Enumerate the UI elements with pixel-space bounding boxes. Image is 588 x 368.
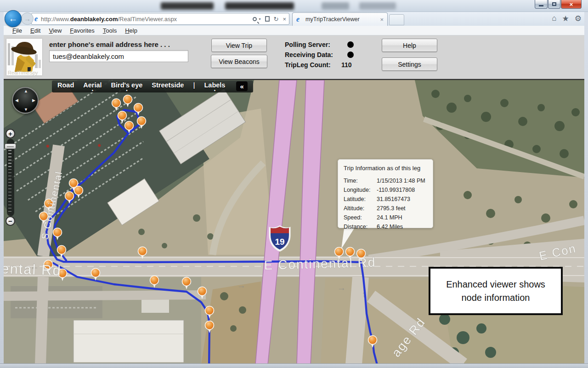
tooltip-title: Trip Information as of this leg bbox=[344, 165, 428, 172]
road-label: E Continental Rd bbox=[264, 255, 376, 272]
map-canvas[interactable]: ← → → ↑ 19 E Continental Rdental RdS Con… bbox=[4, 79, 584, 363]
map-terrain bbox=[4, 80, 584, 363]
trip-info-tooltip: Trip Information as of this leg Time:1/1… bbox=[338, 159, 433, 228]
address-bar[interactable]: e http://www.deanblakely.com/RealTimeVie… bbox=[31, 13, 289, 25]
status-block: Polling Server:Receiving Data:TripLeg Co… bbox=[285, 40, 354, 70]
tools-gear-icon[interactable]: ⚙ bbox=[575, 14, 582, 23]
logo-caption: RealTimeSpy bbox=[6, 70, 42, 75]
browser-chrome: ← → e http://www.deanblakely.com/RealTim… bbox=[4, 12, 584, 26]
tooltip-row-label: Latitude: bbox=[344, 195, 377, 204]
svg-text:→: → bbox=[337, 283, 346, 293]
menu-item-favorites[interactable]: Favorites bbox=[66, 27, 98, 34]
tab-title: myTripTrackerViewer bbox=[305, 16, 380, 23]
window-title-bar: × bbox=[0, 0, 588, 12]
map-style-aerial[interactable]: Aerial▲ bbox=[83, 81, 102, 92]
tooltip-row-value: 2795.3 feet bbox=[377, 204, 406, 213]
pan-up-icon[interactable]: ▲ bbox=[24, 89, 28, 93]
menu-item-help[interactable]: Help bbox=[121, 27, 141, 34]
search-icon[interactable] bbox=[253, 17, 257, 21]
refresh-icon[interactable]: ↻ bbox=[274, 16, 279, 23]
tooltip-row-label: Speed: bbox=[344, 213, 377, 222]
zoom-ticks bbox=[8, 144, 11, 212]
ie-favicon: e bbox=[34, 15, 38, 23]
menu-item-tools[interactable]: Tools bbox=[99, 27, 121, 34]
back-button[interactable]: ← bbox=[5, 10, 22, 27]
help-button[interactable]: Help bbox=[382, 39, 437, 52]
tooltip-row: Latitude:31.85167473 bbox=[344, 195, 428, 204]
menu-item-edit[interactable]: Edit bbox=[26, 27, 45, 34]
map-style-bar: RoadAerial▲Bird's eye▲Streetside|Labels▲… bbox=[52, 80, 253, 92]
stop-icon[interactable]: × bbox=[283, 16, 286, 23]
pan-right-icon[interactable]: ▶ bbox=[32, 98, 35, 103]
compass-control[interactable]: ▲ ▼ ◀ ▶ bbox=[12, 87, 39, 114]
zoom-slider-handle[interactable] bbox=[5, 144, 16, 149]
close-icon: × bbox=[570, 1, 573, 8]
shield-number: 19 bbox=[275, 237, 284, 247]
status-label: Polling Server: bbox=[285, 41, 341, 48]
road-label: ental Rd bbox=[4, 260, 62, 279]
status-indicator-dot bbox=[347, 52, 354, 58]
map-style-label: Labels bbox=[204, 81, 225, 89]
redacted-title-text bbox=[322, 2, 349, 10]
maximize-icon bbox=[552, 2, 556, 6]
forward-button[interactable]: → bbox=[21, 12, 34, 25]
tooltip-row: Altitude:2795.3 feet bbox=[344, 204, 428, 213]
pan-left-icon[interactable]: ◀ bbox=[15, 98, 18, 103]
email-address-label: enter phone's email address here . . . bbox=[49, 40, 170, 48]
email-address-input[interactable] bbox=[49, 50, 188, 62]
zoom-out-button[interactable]: − bbox=[6, 216, 15, 226]
view-trip-button[interactable]: View Trip bbox=[211, 39, 267, 52]
pan-down-icon[interactable]: ▼ bbox=[24, 107, 28, 112]
window-bottom-frame bbox=[0, 363, 588, 368]
tooltip-row-label: Longitude: bbox=[344, 185, 377, 195]
maximize-button[interactable] bbox=[548, 0, 560, 9]
tooltip-row: Distance:6.42 Miles bbox=[344, 222, 428, 231]
status-label: Receiving Data: bbox=[285, 51, 341, 58]
tab-favicon: e bbox=[296, 15, 300, 23]
menu-item-file[interactable]: File bbox=[8, 27, 26, 34]
callout-line-2: node information bbox=[462, 291, 530, 305]
map-style-label: Streetside bbox=[152, 81, 184, 89]
style-caret-icon: ▲ bbox=[213, 89, 216, 92]
app-toolbar: RealTimeSpy enter phone's email address … bbox=[4, 35, 584, 79]
zoom-in-button[interactable]: + bbox=[6, 129, 15, 138]
zoom-slider-track[interactable] bbox=[7, 139, 14, 216]
collapse-nav-icon[interactable]: « bbox=[236, 81, 247, 91]
style-caret-icon: ▲ bbox=[125, 89, 128, 92]
tooltip-row-label: Time: bbox=[344, 176, 377, 185]
tab-close-icon[interactable]: × bbox=[380, 16, 384, 23]
tooltip-row-label: Distance: bbox=[344, 222, 377, 231]
forward-icon: → bbox=[24, 15, 31, 23]
tooltip-row: Longitude:-110.99317808 bbox=[344, 185, 428, 195]
tooltip-row-value: -110.99317808 bbox=[377, 185, 415, 195]
map-style-road[interactable]: Road bbox=[57, 81, 74, 92]
minimize-button[interactable] bbox=[535, 0, 548, 9]
minimize-icon bbox=[539, 5, 543, 6]
home-icon[interactable]: ⌂ bbox=[552, 14, 556, 23]
favorites-star-icon[interactable]: ★ bbox=[562, 14, 569, 23]
tooltip-row-value: 24.1 MPH bbox=[377, 213, 402, 222]
browser-tab[interactable]: e myTripTrackerViewer × bbox=[292, 12, 388, 26]
realtimespy-logo: RealTimeSpy bbox=[6, 39, 42, 75]
map-style-label: Road bbox=[57, 81, 74, 89]
style-caret-icon: ▲ bbox=[91, 89, 94, 92]
map-style-streetside[interactable]: Streetside bbox=[152, 81, 184, 92]
map-style-bird-s-eye[interactable]: Bird's eye▲ bbox=[111, 81, 143, 92]
tooltip-row: Speed:24.1 MPH bbox=[344, 213, 428, 222]
svg-text:→: → bbox=[237, 281, 246, 290]
view-beacons-button[interactable]: View Beacons bbox=[211, 55, 267, 68]
close-button[interactable]: × bbox=[561, 0, 582, 9]
settings-button[interactable]: Settings bbox=[382, 58, 437, 71]
menu-item-view[interactable]: View bbox=[45, 27, 66, 34]
tooltip-row-value: 31.85167473 bbox=[377, 195, 410, 204]
status-row: TripLeg Count:110 bbox=[285, 60, 354, 70]
map-style-labels[interactable]: Labels▲ bbox=[204, 81, 225, 92]
tooltip-row-value: 6.42 Miles bbox=[377, 222, 403, 231]
url-text[interactable]: http://www.deanblakely.com/RealTimeViewe… bbox=[41, 16, 253, 23]
compatibility-icon[interactable] bbox=[265, 16, 270, 22]
status-value: 110 bbox=[341, 61, 352, 69]
status-label: TripLeg Count: bbox=[285, 61, 341, 69]
new-tab-button[interactable] bbox=[389, 14, 404, 25]
search-dropdown-icon[interactable]: ▾ bbox=[259, 17, 260, 21]
back-icon: ← bbox=[9, 13, 18, 24]
